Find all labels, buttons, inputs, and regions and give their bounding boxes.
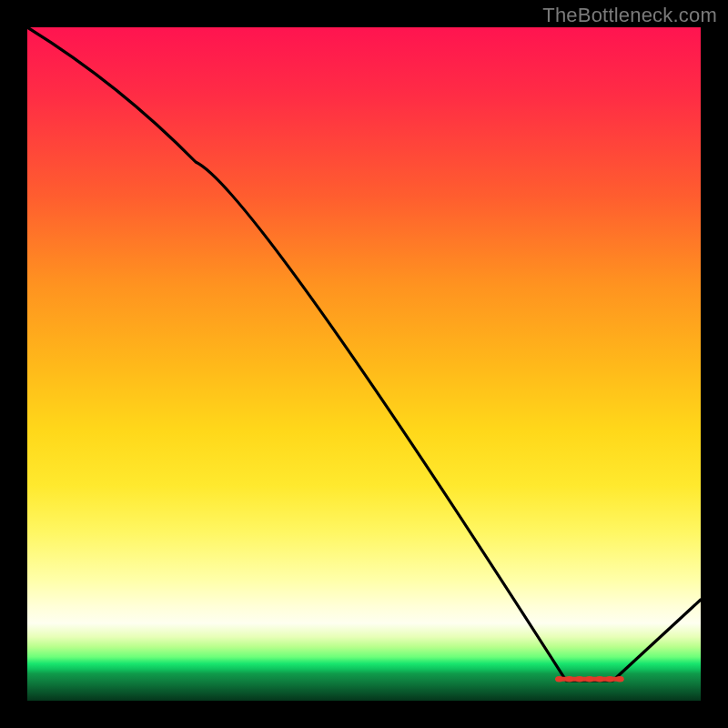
chart-svg	[27, 27, 701, 701]
marker-dot	[596, 676, 604, 682]
marker-dot	[585, 676, 593, 682]
marker-dot	[575, 676, 583, 682]
curve-line	[27, 27, 701, 681]
marker-dot	[616, 676, 624, 682]
marker-dot	[555, 676, 563, 682]
flat-markers	[555, 676, 624, 682]
watermark-text: TheBottleneck.com	[542, 4, 717, 27]
plot-area	[27, 27, 701, 701]
chart-frame: TheBottleneck.com	[0, 0, 728, 728]
marker-dot	[606, 676, 614, 682]
marker-dot	[565, 676, 573, 682]
main-curve	[27, 27, 701, 681]
